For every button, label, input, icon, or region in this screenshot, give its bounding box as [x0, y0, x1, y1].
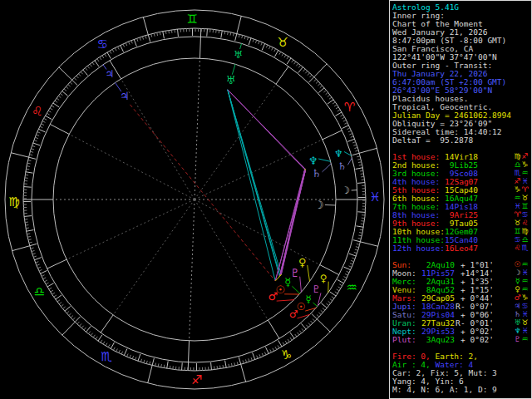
house-row: 2nd house: 9Lib25♎♑ [392, 160, 529, 169]
cusp-sign-glyph: ♍ [514, 152, 521, 160]
planet-glyph: ♅ [514, 318, 521, 327]
degree-tick [342, 279, 346, 281]
chart-wheel-area[interactable]: ♈♉♊♋♌♍♎♏♐♑♒♓♅♃♂☉☿♇♀☽♄♆♅♃♂☉☿♇♀☽♄♆ [0, 0, 389, 399]
degree-tick [57, 300, 60, 302]
planet-sign-glyph: ♑ [521, 293, 529, 302]
transit-cusp-sign-glyph: ♋ [521, 210, 529, 219]
degree-tick [311, 321, 313, 323]
degree-tick [349, 266, 352, 268]
sidebar-header-line: DeltaT = 95.2878 [392, 135, 529, 144]
sidebar-header-line: Astrolog 5.41G [392, 2, 529, 11]
degree-tick [318, 83, 320, 86]
planet-glyph: ☿ [514, 277, 521, 285]
degree-tick [148, 35, 150, 42]
degree-tick [353, 145, 357, 145]
degree-tick [261, 42, 263, 46]
degree-tick [359, 233, 362, 234]
degree-tick [351, 260, 354, 261]
degree-tick [308, 73, 310, 76]
degree-tick [98, 335, 102, 341]
house-label: 12th house: [392, 244, 445, 253]
degree-tick [137, 38, 138, 42]
degree-tick [135, 357, 136, 360]
cusp-sign-glyph: ♈ [514, 210, 521, 219]
planet-pointer [322, 164, 331, 172]
degree-tick [84, 328, 86, 330]
degree-tick [66, 311, 69, 313]
degree-tick [29, 242, 32, 243]
degree-tick [211, 362, 212, 370]
degree-tick [173, 366, 174, 369]
degree-tick [33, 143, 40, 145]
planet-pointer [308, 265, 310, 282]
sign-boundary [12, 246, 30, 251]
degree-tick [230, 32, 231, 36]
degree-tick [42, 121, 46, 123]
house-cusp-line [195, 140, 323, 200]
degree-tick [207, 29, 208, 37]
degree-tick [121, 45, 124, 52]
spacer-line [392, 144, 529, 152]
planet-sign-glyph: ♓ [521, 310, 529, 318]
house-cusp-spoke [323, 131, 342, 140]
degree-tick [350, 264, 353, 265]
degree-tick [220, 366, 221, 369]
degree-tick [132, 356, 133, 359]
degree-tick [40, 126, 43, 128]
house-cusp-line [195, 58, 200, 200]
sidebar-header-line: San Francisco, CA [392, 44, 529, 52]
house-row: 7th house: 14Pis18♓♊ [392, 202, 529, 210]
degree-tick [69, 313, 71, 316]
degree-tick [160, 32, 160, 35]
degree-tick [285, 341, 287, 343]
degree-tick [31, 149, 34, 150]
degree-tick [65, 306, 71, 311]
degree-tick [328, 100, 333, 104]
planet-pointer [347, 158, 352, 165]
degree-tick [290, 337, 292, 340]
degree-tick [330, 292, 336, 296]
degree-tick [314, 79, 317, 81]
degree-tick [347, 271, 350, 273]
degree-tick [349, 254, 356, 256]
degree-tick [28, 160, 32, 161]
degree-tick [320, 86, 323, 88]
chart-wheel[interactable]: ♈♉♊♋♌♍♎♏♐♑♒♓♅♃♂☉☿♇♀☽♄♆♅♃♂☉☿♇♀☽♄♆ [0, 0, 389, 399]
degree-tick [310, 75, 313, 77]
degree-tick [24, 187, 32, 188]
planet-sign-glyph: ♓ [521, 268, 529, 277]
degree-tick [152, 358, 154, 366]
transit-cusp-sign-glyph: ♐ [521, 152, 529, 160]
degree-tick [275, 347, 277, 350]
degree-tick [63, 307, 66, 309]
house-row: 5th house: 15Cap40♑♈ [392, 185, 529, 194]
sidebar-header-line: Julian Day = 2461062.8994 [392, 111, 529, 119]
planet-glyph: ♄ [514, 310, 521, 318]
degree-tick [151, 34, 152, 37]
degree-tick [223, 365, 224, 368]
house-cusp-spoke [276, 66, 288, 84]
degree-tick [253, 39, 254, 42]
planet-row: Jupi:18Can28R- 0°07'♃♋ [392, 302, 529, 310]
degree-tick [302, 328, 304, 331]
summary-line: Yang: 4, Yin: 6 [392, 377, 529, 385]
planet-glyph-uran: ♅ [234, 49, 243, 61]
degree-tick [245, 359, 246, 362]
degree-tick [102, 56, 104, 58]
degree-tick [75, 317, 80, 322]
sidebar-header-line: Obliquity = 23°26'09" [392, 119, 529, 127]
house-cusp-line [121, 79, 195, 200]
planet-sign-glyph: ♉ [521, 318, 529, 327]
degree-tick [126, 42, 127, 46]
header-text: DeltaT = 95.2878 [392, 135, 473, 145]
degree-tick [116, 349, 118, 352]
degree-tick [38, 129, 45, 132]
planet-row: Uran:27Tau32R- 0°01'♅♉ [392, 318, 529, 327]
degree-tick [343, 120, 347, 121]
degree-tick [107, 52, 111, 59]
degree-tick [121, 352, 123, 355]
planet-glyph: ☽ [514, 268, 521, 277]
summary-text: M: 4, N: 6, A: 1, D: 9 [392, 385, 497, 394]
transit-cusp-sign-glyph: ♌ [521, 219, 529, 227]
degree-tick [164, 365, 165, 368]
